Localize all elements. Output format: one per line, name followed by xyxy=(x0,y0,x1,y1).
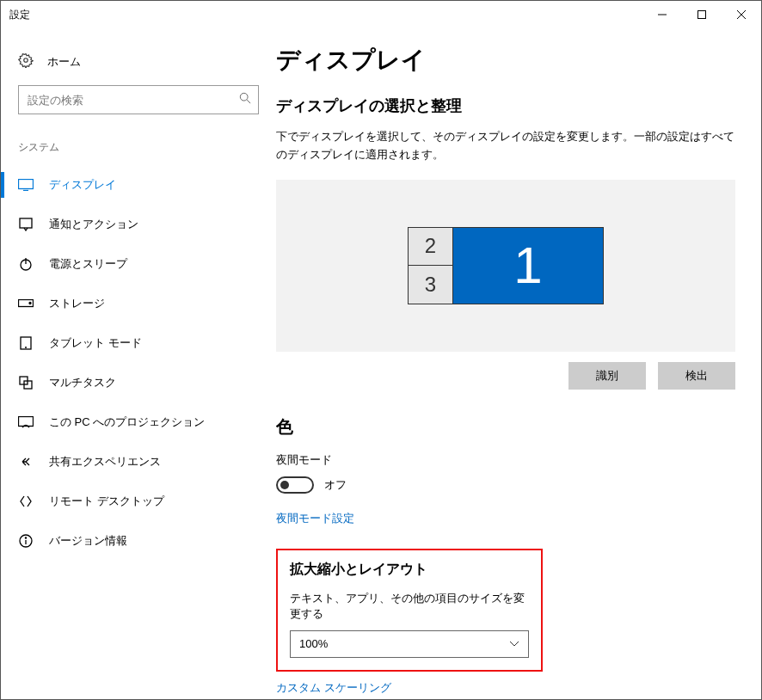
tablet-icon xyxy=(18,336,34,350)
monitor-icon xyxy=(18,179,34,191)
monitor-arrangement-area[interactable]: 2 3 1 xyxy=(276,180,735,352)
home-link[interactable]: ホーム xyxy=(1,46,276,85)
chevron-down-icon xyxy=(509,637,519,650)
night-mode-state: オフ xyxy=(324,477,347,493)
scale-label: テキスト、アプリ、その他の項目のサイズを変更する xyxy=(290,591,529,622)
sidebar-item-notifications[interactable]: 通知とアクション xyxy=(1,205,276,244)
home-label: ホーム xyxy=(47,54,81,70)
info-icon xyxy=(18,534,34,548)
svg-line-6 xyxy=(247,100,250,103)
share-icon xyxy=(18,455,34,469)
window-title: 設定 xyxy=(9,8,30,22)
monitor-3[interactable]: 3 xyxy=(408,266,453,304)
night-mode-toggle[interactable] xyxy=(276,476,314,494)
main-content: ディスプレイ ディスプレイの選択と整理 下でディスプレイを選択して、そのディスプ… xyxy=(276,28,761,699)
storage-icon xyxy=(18,299,34,308)
identify-button[interactable]: 識別 xyxy=(568,362,646,390)
svg-rect-9 xyxy=(20,218,32,228)
sidebar-item-projection[interactable]: この PC へのプロジェクション xyxy=(1,402,276,442)
svg-point-5 xyxy=(240,93,248,101)
search-box[interactable] xyxy=(18,85,259,114)
color-heading: 色 xyxy=(276,415,735,439)
sidebar-item-label: 通知とアクション xyxy=(49,217,138,232)
sidebar-item-label: この PC へのプロジェクション xyxy=(49,414,205,430)
sidebar-item-label: 共有エクスペリエンス xyxy=(49,454,161,470)
scale-value: 100% xyxy=(299,637,328,650)
sidebar-item-label: ディスプレイ xyxy=(49,177,116,193)
sidebar-item-label: マルチタスク xyxy=(49,375,116,390)
sidebar-item-label: バージョン情報 xyxy=(49,533,127,549)
sidebar-item-remote[interactable]: リモート デスクトップ xyxy=(1,482,276,521)
sidebar-item-label: タブレット モード xyxy=(49,335,142,351)
sidebar-item-label: ストレージ xyxy=(49,296,105,311)
page-title: ディスプレイ xyxy=(276,44,735,77)
notification-icon xyxy=(18,218,34,231)
search-icon xyxy=(239,92,251,107)
scale-heading: 拡大縮小とレイアウト xyxy=(290,561,529,579)
power-icon xyxy=(18,257,34,271)
sidebar-item-display[interactable]: ディスプレイ xyxy=(1,165,276,205)
scale-combobox[interactable]: 100% xyxy=(290,630,529,658)
maximize-button[interactable] xyxy=(682,1,722,28)
sidebar-item-power[interactable]: 電源とスリープ xyxy=(1,244,276,284)
sidebar-item-tablet[interactable]: タブレット モード xyxy=(1,323,276,363)
search-input[interactable] xyxy=(28,94,239,107)
multitask-icon xyxy=(18,376,34,390)
svg-point-21 xyxy=(25,537,26,538)
sidebar-item-shared[interactable]: 共有エクスペリエンス xyxy=(1,442,276,482)
svg-point-4 xyxy=(24,58,28,63)
sidebar-item-storage[interactable]: ストレージ xyxy=(1,284,276,323)
night-mode-label: 夜間モード xyxy=(276,452,735,468)
select-arrange-description: 下でディスプレイを選択して、そのディスプレイの設定を変更します。一部の設定はすべ… xyxy=(276,128,735,164)
custom-scaling-link[interactable]: カスタム スケーリング xyxy=(276,680,735,696)
remote-icon xyxy=(18,494,34,508)
scale-layout-section: 拡大縮小とレイアウト テキスト、アプリ、その他の項目のサイズを変更する 100% xyxy=(276,549,543,672)
svg-rect-7 xyxy=(19,180,34,189)
projection-icon xyxy=(18,416,34,428)
sidebar-item-about[interactable]: バージョン情報 xyxy=(1,521,276,561)
monitor-2[interactable]: 2 xyxy=(408,227,453,266)
sidebar-section-label: システム xyxy=(1,132,276,165)
minimize-button[interactable] xyxy=(642,1,682,28)
night-mode-settings-link[interactable]: 夜間モード設定 xyxy=(276,511,735,526)
sidebar-item-label: 電源とスリープ xyxy=(49,256,127,272)
sidebar-item-multitask[interactable]: マルチタスク xyxy=(1,363,276,402)
gear-icon xyxy=(18,52,34,71)
sidebar: ホーム システム ディスプレイ 通知とアクション 電源とスリープ ストレージ xyxy=(1,28,276,699)
window-titlebar: 設定 xyxy=(1,1,761,28)
close-button[interactable] xyxy=(722,1,761,28)
select-arrange-heading: ディスプレイの選択と整理 xyxy=(276,95,735,116)
monitor-1[interactable]: 1 xyxy=(453,227,604,304)
svg-point-13 xyxy=(29,303,31,304)
sidebar-item-label: リモート デスクトップ xyxy=(49,494,164,509)
svg-rect-1 xyxy=(698,11,706,19)
detect-button[interactable]: 検出 xyxy=(658,362,735,390)
